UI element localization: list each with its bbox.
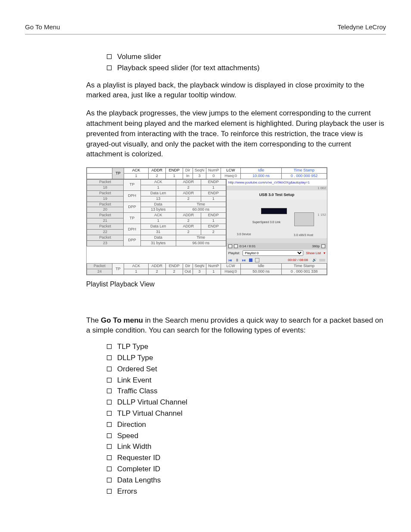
col-timestamp: Time Stamp	[281, 168, 327, 174]
list-item: Traffic Class	[107, 386, 386, 396]
imp-label: 1 152	[227, 212, 327, 217]
col-lcw: LCW	[221, 168, 241, 174]
playlist-select[interactable]: Playlist 0	[243, 250, 303, 256]
list-item: Data Lengths	[107, 475, 386, 485]
list-item: Errors	[107, 486, 386, 497]
goto-menu-bold: Go To menu	[101, 316, 143, 324]
video-quality: 360p	[312, 244, 320, 249]
media-controls: ⏮ ⏸ ⏭ 00:02 / 08:08 🔊	[227, 257, 327, 263]
list-item: Completer ID	[107, 464, 386, 474]
list-item: Link Width	[107, 442, 386, 452]
media-time: 00:02 / 08:08	[288, 258, 308, 262]
list-item: Requester ID	[107, 453, 386, 463]
list-item: Ordered Set	[107, 364, 386, 374]
figure-caption: Playlist Playback View	[25, 280, 386, 289]
stop-button[interactable]	[249, 258, 252, 262]
skip-back-icon[interactable]: ⏮	[228, 258, 233, 262]
chevron-down-icon[interactable]: ▾	[324, 251, 325, 255]
video-title: USB 3.0 Test Setup	[227, 190, 327, 199]
paragraph: As a playlist is played back, the playba…	[25, 80, 386, 101]
volume-slider[interactable]	[319, 259, 325, 261]
col-ack: ACK	[124, 168, 149, 174]
packet-index: 17	[87, 174, 112, 179]
page-header: Go To Menu Teledyne LeCroy	[25, 22, 386, 34]
fullscreen-icon[interactable]	[321, 244, 325, 248]
imp-label: 1 002	[227, 186, 327, 190]
col-nump: NumP	[206, 168, 221, 174]
video-thumbnail: SuperSpeed 3.0 Link 3.0 Device 3.0 x86/3…	[227, 199, 327, 238]
volume-icon[interactable]	[234, 244, 238, 248]
col-endp: ENDP	[165, 168, 183, 174]
list-item: TLP Virtual Channel	[107, 408, 386, 419]
show-list-link[interactable]: Show List	[306, 251, 321, 255]
list-item: Volume slider	[107, 52, 386, 62]
playlist-playback-figure: Packet TP ACK ADDR ENDP Dir SeqN NumP LC…	[86, 167, 327, 275]
header-left: Go To Menu	[25, 22, 60, 31]
col-idle: Idle	[241, 168, 282, 174]
paragraph: As the playback progresses, the view jum…	[25, 108, 386, 159]
list-item: Link Event	[107, 375, 386, 386]
goto-paragraph: The Go To menu in the Search menu provid…	[25, 315, 386, 336]
playlist-label: Playlist:	[228, 251, 240, 255]
col-addr: ADDR	[148, 168, 165, 174]
list-item: TLP Type	[107, 342, 386, 352]
list-item: DLLP Type	[107, 353, 386, 363]
top-bullet-list: Volume slider Playback speed slider (for…	[25, 52, 386, 73]
list-item: Playback speed slider (for text attachme…	[107, 63, 386, 73]
goto-bullet-list: TLP TypeDLLP TypeOrdered SetLink EventTr…	[25, 342, 386, 496]
pause-icon[interactable]	[228, 244, 232, 248]
list-item: Speed	[107, 431, 386, 441]
video-url: http://www.youtube.com/v/xe_cV9kbOXg&aut…	[227, 179, 327, 186]
list-item: DLLP Virtual Channel	[107, 397, 386, 408]
col-packet: Packet	[87, 168, 112, 174]
pause-icon[interactable]: ⏸	[235, 258, 240, 262]
col-seqn: SeqN	[193, 168, 206, 174]
video-time: 0:14 / 8:01	[240, 244, 256, 249]
list-item: Direction	[107, 420, 386, 430]
volume-icon[interactable]: 🔊	[312, 258, 317, 262]
skip-forward-icon[interactable]: ⏭	[242, 258, 246, 262]
checkbox-icon[interactable]	[255, 258, 259, 262]
col-tp: TP	[112, 168, 124, 179]
col-dir: Dir	[183, 168, 193, 174]
header-right: Teledyne LeCroy	[337, 22, 386, 31]
video-progress-bar[interactable]: 0:14 / 8:01 360p	[227, 243, 327, 249]
